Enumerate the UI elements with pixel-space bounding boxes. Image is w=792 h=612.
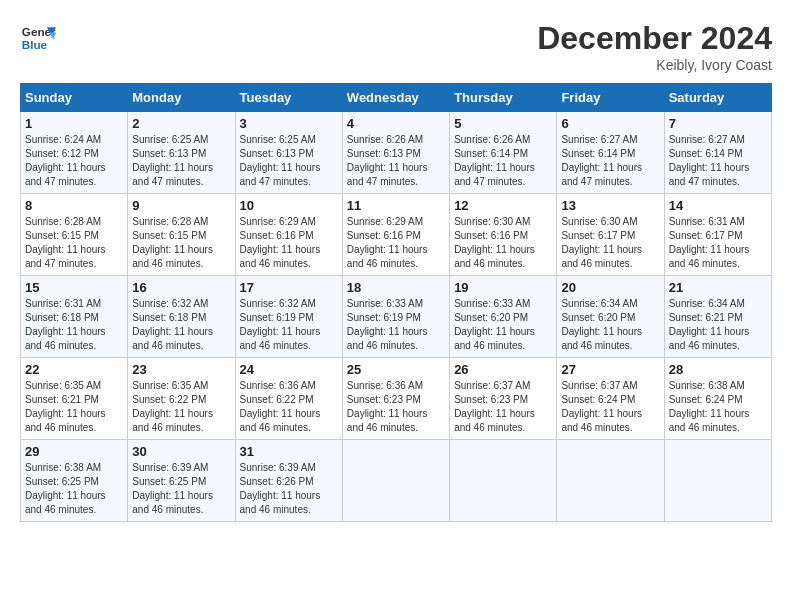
day-number: 25 (347, 362, 445, 377)
calendar-cell: 31 Sunrise: 6:39 AMSunset: 6:26 PMDaylig… (235, 440, 342, 522)
day-number: 5 (454, 116, 552, 131)
day-info: Sunrise: 6:31 AMSunset: 6:17 PMDaylight:… (669, 215, 767, 271)
calendar-cell (450, 440, 557, 522)
day-number: 24 (240, 362, 338, 377)
calendar-week-row: 22 Sunrise: 6:35 AMSunset: 6:21 PMDaylig… (21, 358, 772, 440)
calendar-week-row: 1 Sunrise: 6:24 AMSunset: 6:12 PMDayligh… (21, 112, 772, 194)
day-info: Sunrise: 6:38 AMSunset: 6:24 PMDaylight:… (669, 379, 767, 435)
day-info: Sunrise: 6:33 AMSunset: 6:20 PMDaylight:… (454, 297, 552, 353)
day-number: 6 (561, 116, 659, 131)
day-number: 26 (454, 362, 552, 377)
title-block: December 2024 Keibly, Ivory Coast (537, 20, 772, 73)
day-info: Sunrise: 6:39 AMSunset: 6:25 PMDaylight:… (132, 461, 230, 517)
day-number: 11 (347, 198, 445, 213)
calendar-cell: 12 Sunrise: 6:30 AMSunset: 6:16 PMDaylig… (450, 194, 557, 276)
calendar-cell (342, 440, 449, 522)
calendar-cell: 4 Sunrise: 6:26 AMSunset: 6:13 PMDayligh… (342, 112, 449, 194)
day-info: Sunrise: 6:33 AMSunset: 6:19 PMDaylight:… (347, 297, 445, 353)
day-number: 19 (454, 280, 552, 295)
day-number: 29 (25, 444, 123, 459)
calendar-cell: 24 Sunrise: 6:36 AMSunset: 6:22 PMDaylig… (235, 358, 342, 440)
calendar-cell (557, 440, 664, 522)
column-header-thursday: Thursday (450, 84, 557, 112)
column-header-friday: Friday (557, 84, 664, 112)
day-number: 8 (25, 198, 123, 213)
day-number: 16 (132, 280, 230, 295)
day-number: 13 (561, 198, 659, 213)
day-number: 23 (132, 362, 230, 377)
calendar-cell: 7 Sunrise: 6:27 AMSunset: 6:14 PMDayligh… (664, 112, 771, 194)
calendar-cell: 3 Sunrise: 6:25 AMSunset: 6:13 PMDayligh… (235, 112, 342, 194)
calendar-cell: 13 Sunrise: 6:30 AMSunset: 6:17 PMDaylig… (557, 194, 664, 276)
calendar-cell: 29 Sunrise: 6:38 AMSunset: 6:25 PMDaylig… (21, 440, 128, 522)
day-number: 20 (561, 280, 659, 295)
day-info: Sunrise: 6:37 AMSunset: 6:24 PMDaylight:… (561, 379, 659, 435)
calendar-week-row: 15 Sunrise: 6:31 AMSunset: 6:18 PMDaylig… (21, 276, 772, 358)
logo-icon: General Blue (20, 20, 56, 56)
calendar-cell: 1 Sunrise: 6:24 AMSunset: 6:12 PMDayligh… (21, 112, 128, 194)
calendar-header-row: SundayMondayTuesdayWednesdayThursdayFrid… (21, 84, 772, 112)
day-info: Sunrise: 6:32 AMSunset: 6:18 PMDaylight:… (132, 297, 230, 353)
day-number: 15 (25, 280, 123, 295)
column-header-monday: Monday (128, 84, 235, 112)
day-info: Sunrise: 6:27 AMSunset: 6:14 PMDaylight:… (669, 133, 767, 189)
calendar-cell: 30 Sunrise: 6:39 AMSunset: 6:25 PMDaylig… (128, 440, 235, 522)
day-info: Sunrise: 6:24 AMSunset: 6:12 PMDaylight:… (25, 133, 123, 189)
page-header: General Blue December 2024 Keibly, Ivory… (20, 20, 772, 73)
calendar-cell: 20 Sunrise: 6:34 AMSunset: 6:20 PMDaylig… (557, 276, 664, 358)
day-number: 18 (347, 280, 445, 295)
column-header-wednesday: Wednesday (342, 84, 449, 112)
calendar-cell: 15 Sunrise: 6:31 AMSunset: 6:18 PMDaylig… (21, 276, 128, 358)
calendar-cell: 5 Sunrise: 6:26 AMSunset: 6:14 PMDayligh… (450, 112, 557, 194)
day-info: Sunrise: 6:38 AMSunset: 6:25 PMDaylight:… (25, 461, 123, 517)
calendar-week-row: 29 Sunrise: 6:38 AMSunset: 6:25 PMDaylig… (21, 440, 772, 522)
calendar-cell: 26 Sunrise: 6:37 AMSunset: 6:23 PMDaylig… (450, 358, 557, 440)
day-info: Sunrise: 6:28 AMSunset: 6:15 PMDaylight:… (132, 215, 230, 271)
calendar-cell: 6 Sunrise: 6:27 AMSunset: 6:14 PMDayligh… (557, 112, 664, 194)
day-info: Sunrise: 6:35 AMSunset: 6:21 PMDaylight:… (25, 379, 123, 435)
day-info: Sunrise: 6:27 AMSunset: 6:14 PMDaylight:… (561, 133, 659, 189)
day-number: 17 (240, 280, 338, 295)
calendar-cell: 11 Sunrise: 6:29 AMSunset: 6:16 PMDaylig… (342, 194, 449, 276)
day-number: 27 (561, 362, 659, 377)
day-info: Sunrise: 6:29 AMSunset: 6:16 PMDaylight:… (347, 215, 445, 271)
day-number: 22 (25, 362, 123, 377)
day-number: 4 (347, 116, 445, 131)
calendar-cell: 22 Sunrise: 6:35 AMSunset: 6:21 PMDaylig… (21, 358, 128, 440)
day-number: 30 (132, 444, 230, 459)
day-info: Sunrise: 6:26 AMSunset: 6:14 PMDaylight:… (454, 133, 552, 189)
calendar-cell: 10 Sunrise: 6:29 AMSunset: 6:16 PMDaylig… (235, 194, 342, 276)
calendar-cell: 17 Sunrise: 6:32 AMSunset: 6:19 PMDaylig… (235, 276, 342, 358)
day-info: Sunrise: 6:39 AMSunset: 6:26 PMDaylight:… (240, 461, 338, 517)
day-info: Sunrise: 6:34 AMSunset: 6:21 PMDaylight:… (669, 297, 767, 353)
day-info: Sunrise: 6:25 AMSunset: 6:13 PMDaylight:… (132, 133, 230, 189)
calendar-cell: 21 Sunrise: 6:34 AMSunset: 6:21 PMDaylig… (664, 276, 771, 358)
day-number: 31 (240, 444, 338, 459)
day-number: 1 (25, 116, 123, 131)
column-header-saturday: Saturday (664, 84, 771, 112)
month-title: December 2024 (537, 20, 772, 57)
day-info: Sunrise: 6:29 AMSunset: 6:16 PMDaylight:… (240, 215, 338, 271)
calendar-cell: 18 Sunrise: 6:33 AMSunset: 6:19 PMDaylig… (342, 276, 449, 358)
calendar-cell: 14 Sunrise: 6:31 AMSunset: 6:17 PMDaylig… (664, 194, 771, 276)
day-info: Sunrise: 6:26 AMSunset: 6:13 PMDaylight:… (347, 133, 445, 189)
day-number: 9 (132, 198, 230, 213)
day-number: 12 (454, 198, 552, 213)
day-info: Sunrise: 6:36 AMSunset: 6:22 PMDaylight:… (240, 379, 338, 435)
location: Keibly, Ivory Coast (537, 57, 772, 73)
day-number: 28 (669, 362, 767, 377)
day-number: 2 (132, 116, 230, 131)
logo: General Blue (20, 20, 56, 56)
calendar-cell: 9 Sunrise: 6:28 AMSunset: 6:15 PMDayligh… (128, 194, 235, 276)
calendar-cell: 28 Sunrise: 6:38 AMSunset: 6:24 PMDaylig… (664, 358, 771, 440)
day-number: 3 (240, 116, 338, 131)
day-info: Sunrise: 6:32 AMSunset: 6:19 PMDaylight:… (240, 297, 338, 353)
calendar-cell: 8 Sunrise: 6:28 AMSunset: 6:15 PMDayligh… (21, 194, 128, 276)
day-info: Sunrise: 6:35 AMSunset: 6:22 PMDaylight:… (132, 379, 230, 435)
day-info: Sunrise: 6:25 AMSunset: 6:13 PMDaylight:… (240, 133, 338, 189)
svg-text:Blue: Blue (22, 38, 48, 51)
calendar-cell (664, 440, 771, 522)
calendar-cell: 2 Sunrise: 6:25 AMSunset: 6:13 PMDayligh… (128, 112, 235, 194)
calendar-cell: 16 Sunrise: 6:32 AMSunset: 6:18 PMDaylig… (128, 276, 235, 358)
column-header-sunday: Sunday (21, 84, 128, 112)
